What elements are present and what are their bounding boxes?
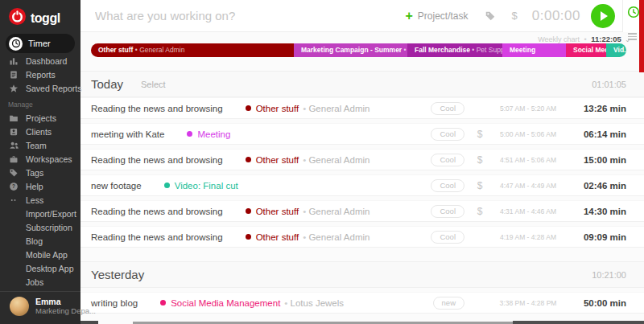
sidebar-item-jobs[interactable]: Jobs [0, 275, 80, 289]
separator-dot: • [584, 35, 587, 43]
entry-project[interactable]: Video: Final cut [164, 181, 242, 191]
time-entry-row[interactable]: Reading the news and browsing Other stuf… [80, 226, 644, 248]
bottom-edge-left [80, 321, 98, 324]
entry-duration[interactable]: 14:30 min [573, 207, 626, 216]
star-icon [8, 84, 19, 93]
entry-tag[interactable]: Cool [431, 205, 464, 218]
weekly-chart-segment[interactable]: Social Medi... [566, 43, 606, 57]
sidebar-item-label: Workspaces [26, 154, 72, 164]
sidebar-item-label: Less [26, 195, 43, 205]
entry-tag[interactable]: Cool [431, 154, 464, 166]
entry-duration[interactable]: 50:00 min [573, 298, 626, 308]
sidebar-item-mobile-app[interactable]: Mobile App [0, 248, 80, 261]
user-profile[interactable]: Emma Marketing Depa... [0, 291, 80, 321]
entry-description[interactable]: new footage [91, 181, 142, 191]
entry-project[interactable]: Other stuffGeneral Admin [246, 207, 370, 216]
sidebar-item-team[interactable]: Team [0, 138, 80, 152]
sidebar-item-import-export[interactable]: Import/Export [0, 207, 80, 220]
entry-duration[interactable]: 13:26 min [573, 104, 626, 113]
billable-dollar-icon[interactable]: $ [512, 10, 518, 22]
entry-time-range[interactable]: 4:47 AM - 4:49 AM [493, 182, 563, 190]
time-entry-row[interactable]: writing blog Social Media ManagementLotu… [80, 292, 644, 314]
entry-description[interactable]: Reading the news and browsing [91, 207, 223, 216]
entry-time-range[interactable]: 5:00 AM - 5:06 AM [493, 130, 563, 138]
sidebar-item-saved-reports[interactable]: Saved Reports [0, 81, 80, 95]
entry-duration[interactable]: 06:14 min [573, 129, 626, 139]
entry-time-range[interactable]: 3:38 PM - 4:28 PM [493, 299, 563, 307]
select-button[interactable]: Select [141, 80, 166, 89]
time-entry-row[interactable]: Reading the news and browsing Other stuf… [80, 149, 644, 170]
entry-tag[interactable]: Cool [431, 179, 464, 192]
sidebar-item-less[interactable]: Less [0, 193, 80, 207]
sidebar-item-tags[interactable]: Tags [0, 166, 80, 179]
tag-icon[interactable] [485, 10, 496, 22]
entry-project[interactable]: Meeting [187, 129, 234, 139]
time-entry-row[interactable]: new footage Video: Final cut Cool $ 4:47… [80, 174, 644, 196]
scroll-indicator[interactable] [639, 0, 644, 72]
task-description-input[interactable] [95, 9, 405, 23]
entry-tag[interactable]: Cool [431, 128, 464, 141]
bottom-edge-right [513, 321, 644, 324]
sidebar-item-timer[interactable]: Timer [6, 34, 75, 53]
weekly-chart-segment[interactable]: Fall MerchandisePet Supplies ... [407, 43, 502, 57]
weekly-chart-segment[interactable]: Marketing Campaign - SummerSauce ... [294, 43, 407, 57]
time-entry-row[interactable]: meeting with Kate Meeting Cool $ 5:00 AM… [80, 123, 644, 145]
sidebar-item-clients[interactable]: Clients [0, 125, 80, 138]
toggl-logo[interactable]: toggl [0, 0, 80, 31]
time-entry-row[interactable]: Reading the news and browsing Other stuf… [80, 200, 644, 222]
entry-time-range[interactable]: 4:51 AM - 5:06 AM [493, 156, 563, 164]
timer-mode-clock-icon[interactable] [627, 6, 640, 32]
entry-time-range[interactable]: 4:19 AM - 4:28 AM [493, 233, 563, 241]
weekly-chart-header[interactable]: Weekly chart • 11:22:05 ⌄ [80, 32, 630, 43]
project-dot [246, 105, 251, 111]
entry-time-range[interactable]: 5:07 AM - 5:20 AM [493, 105, 563, 113]
timer-topbar: + Project/task $ 0:00:00 [80, 0, 644, 32]
weekly-chart-segment[interactable]: Meeting [502, 43, 566, 57]
entry-description[interactable]: Reading the news and browsing [91, 232, 223, 242]
section-header-yesterday: Yesterday 10:21:00 [80, 261, 644, 288]
sidebar-item-workspaces[interactable]: Workspaces [0, 152, 80, 166]
entry-description[interactable]: writing blog [91, 298, 138, 308]
entry-tag[interactable]: new [433, 297, 464, 310]
weekly-chart-segment[interactable]: Vid... [606, 43, 626, 57]
entry-description[interactable]: Reading the news and browsing [91, 155, 223, 165]
section-total-time: 01:01:05 [592, 80, 626, 89]
sidebar-item-projects[interactable]: Projects [0, 111, 80, 125]
project-dot [160, 300, 166, 306]
add-project-plus-icon[interactable]: + [405, 9, 412, 23]
billable-dollar-icon[interactable]: $ [475, 129, 485, 140]
entry-project[interactable]: Other stuffGeneral Admin [246, 155, 370, 165]
sidebar-item-reports[interactable]: Reports [0, 68, 80, 81]
entry-description[interactable]: meeting with Kate [91, 129, 164, 139]
billable-dollar-icon[interactable]: $ [475, 206, 485, 217]
sidebar-item-subscription[interactable]: Subscription [0, 220, 80, 234]
manual-mode-list-icon[interactable] [628, 33, 637, 42]
entry-tag[interactable]: Cool [431, 102, 464, 115]
briefcase-icon [8, 154, 19, 164]
billable-dollar-icon[interactable]: $ [475, 180, 485, 191]
weekly-chart-segment[interactable]: Other stuffGeneral Admin [91, 43, 294, 57]
entry-project[interactable]: Other stuffGeneral Admin [246, 232, 370, 242]
entry-project[interactable]: Other stuffGeneral Admin [246, 104, 370, 113]
segment-project: Fall Merchandise [415, 46, 470, 54]
sidebar-item-blog[interactable]: Blog [0, 234, 80, 248]
sidebar-item-label: Jobs [26, 277, 43, 287]
project-name: Other stuff [256, 232, 299, 242]
entry-duration[interactable]: 02:46 min [573, 181, 626, 191]
sidebar-item-dashboard[interactable]: Dashboard [0, 54, 80, 68]
weekly-total-time: 11:22:05 [591, 35, 621, 43]
entry-time-range[interactable]: 4:31 AM - 4:46 AM [493, 207, 563, 215]
entry-description[interactable]: Reading the news and browsing [91, 104, 223, 113]
project-client: General Admin [303, 232, 369, 242]
entry-project[interactable]: Social Media ManagementLotus Jewels [160, 298, 344, 308]
project-task-button[interactable]: Project/task [418, 10, 469, 22]
entry-duration[interactable]: 15:00 min [573, 155, 626, 165]
billable-dollar-icon[interactable]: $ [475, 154, 485, 166]
start-timer-button[interactable] [591, 4, 615, 28]
entry-duration[interactable]: 09:09 min [573, 232, 626, 242]
sidebar-item-desktop-app[interactable]: Desktop App [0, 261, 80, 275]
team-icon [8, 141, 19, 150]
entry-tag[interactable]: Cool [431, 231, 464, 244]
time-entry-row[interactable]: Reading the news and browsing Other stuf… [80, 97, 644, 119]
sidebar-item-help[interactable]: ? Help [0, 179, 80, 193]
